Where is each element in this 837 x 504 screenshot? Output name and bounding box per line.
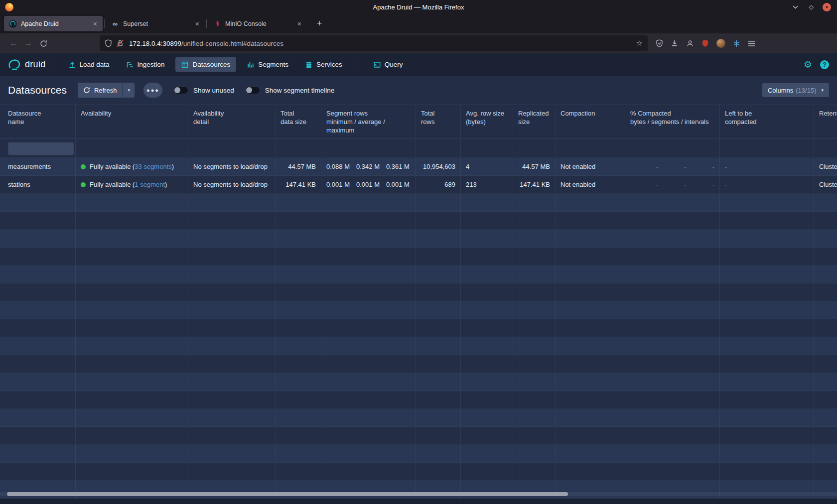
horizontal-scrollbar-thumb[interactable] bbox=[7, 492, 568, 496]
table-cell-empty bbox=[556, 248, 625, 265]
druid-favicon-icon bbox=[9, 20, 17, 28]
maximize-icon[interactable]: ◇ bbox=[807, 2, 816, 11]
table-cell-empty bbox=[76, 445, 188, 462]
nav-item-query[interactable]: Query bbox=[368, 57, 409, 72]
datasource-name[interactable]: stations bbox=[0, 176, 76, 193]
nav-item-datasources[interactable]: Datasources bbox=[175, 57, 236, 72]
availability-cell: Fully available (33 segments) bbox=[76, 158, 188, 175]
bookmark-star-icon[interactable]: ☆ bbox=[636, 39, 643, 48]
table-cell-empty bbox=[276, 248, 321, 265]
table-cell-empty bbox=[188, 194, 276, 211]
table-cell-empty bbox=[720, 301, 814, 319]
table-cell-empty bbox=[556, 230, 625, 247]
header-compaction[interactable]: Compaction bbox=[556, 105, 625, 138]
retention[interactable]: Cluster default bbox=[814, 176, 837, 193]
table-row-stations: stations Fully available (1 segment) No … bbox=[0, 176, 837, 194]
header-datasource-name[interactable]: Datasource name bbox=[0, 105, 76, 138]
menu-icon[interactable] bbox=[748, 40, 755, 47]
toolbar-actions bbox=[656, 39, 755, 48]
header-segment-rows[interactable]: Segment rows minimum / average / maximum bbox=[321, 105, 416, 138]
pct-intervals: - bbox=[687, 163, 714, 170]
table-row-measurements: measurements Fully available (33 segment… bbox=[0, 158, 837, 176]
filter-cell bbox=[276, 139, 321, 157]
page-toolbar: Datasources Refresh ▾ ●●● Show unused Sh… bbox=[0, 76, 837, 105]
extension-shield-icon[interactable] bbox=[656, 39, 663, 47]
segments-link[interactable]: 1 segment bbox=[135, 181, 165, 188]
avatar[interactable] bbox=[716, 39, 725, 48]
table-cell-empty bbox=[720, 409, 814, 426]
header-replicated-size[interactable]: Replicated size bbox=[513, 105, 556, 138]
settings-gear-icon[interactable]: ⚙ bbox=[804, 60, 812, 69]
header-left-to-compact[interactable]: Left to be compacted bbox=[720, 105, 814, 138]
back-icon[interactable]: ← bbox=[6, 36, 21, 51]
forward-icon[interactable]: → bbox=[21, 36, 36, 51]
tracking-shield-icon[interactable] bbox=[105, 39, 112, 47]
tab-close-icon[interactable]: × bbox=[194, 20, 201, 28]
account-icon[interactable] bbox=[686, 39, 694, 47]
header-availability-detail[interactable]: Availability detail bbox=[188, 105, 276, 138]
nav-item-services[interactable]: Services bbox=[299, 57, 348, 72]
table-cell-empty bbox=[0, 355, 76, 373]
new-tab-button[interactable]: + bbox=[313, 17, 326, 30]
table-cell-empty bbox=[625, 445, 720, 462]
table-cell-empty bbox=[188, 265, 276, 283]
tab-title: MinIO Console bbox=[225, 20, 296, 27]
insecure-lock-icon[interactable] bbox=[116, 39, 124, 47]
compaction: Not enabled bbox=[556, 158, 625, 175]
table-cell-empty bbox=[625, 319, 720, 337]
tab-close-icon[interactable]: × bbox=[296, 20, 303, 28]
table-cell-empty bbox=[814, 355, 837, 373]
more-actions-button[interactable]: ●●● bbox=[143, 83, 162, 98]
nav-item-load-data[interactable]: Load data bbox=[63, 57, 116, 72]
nav-item-segments[interactable]: Segments bbox=[241, 57, 294, 72]
tab-minio-console[interactable]: MinIO Console × bbox=[208, 16, 307, 31]
minimize-icon[interactable] bbox=[791, 2, 800, 11]
header-availability[interactable]: Availability bbox=[76, 105, 188, 138]
header-avg-row-size[interactable]: Avg. row size (bytes) bbox=[461, 105, 513, 138]
table-cell-empty bbox=[814, 319, 837, 337]
available-status-icon bbox=[81, 182, 86, 187]
tab-close-icon[interactable]: × bbox=[92, 20, 99, 28]
table-cell-empty bbox=[76, 230, 188, 247]
help-icon[interactable]: ? bbox=[820, 60, 829, 69]
header-retention[interactable]: Retention bbox=[814, 105, 837, 138]
columns-button[interactable]: Columns (13/15) ▾ bbox=[762, 83, 829, 97]
retention[interactable]: Cluster default bbox=[814, 158, 837, 175]
table-body: measurements Fully available (33 segment… bbox=[0, 139, 837, 499]
refresh-button[interactable]: Refresh bbox=[78, 83, 123, 98]
reload-icon[interactable] bbox=[36, 36, 51, 51]
snowflake-extension-icon[interactable] bbox=[733, 40, 740, 47]
close-window-icon[interactable]: × bbox=[823, 3, 831, 11]
druid-brand[interactable]: druid bbox=[8, 59, 46, 70]
available-status-icon bbox=[81, 164, 86, 169]
tab-apache-druid[interactable]: Apache Druid × bbox=[4, 16, 103, 31]
refresh-split-button: Refresh ▾ bbox=[78, 83, 135, 98]
show-timeline-toggle[interactable] bbox=[245, 86, 260, 94]
ublock-icon[interactable] bbox=[701, 39, 709, 47]
table-cell-empty bbox=[814, 445, 837, 462]
availability-text-end: ) bbox=[165, 181, 167, 188]
table-cell-empty bbox=[720, 248, 814, 265]
nav-item-ingestion[interactable]: Ingestion bbox=[121, 57, 171, 72]
downloads-icon[interactable] bbox=[671, 39, 679, 47]
nav-divider bbox=[53, 59, 53, 70]
name-filter-input[interactable] bbox=[8, 142, 74, 155]
table-cell-empty bbox=[556, 337, 625, 355]
header-pct-compacted[interactable]: % Compacted bytes / segments / intervals bbox=[625, 105, 720, 138]
url-bar[interactable]: 172.18.0.4:30899/unified-console.html#da… bbox=[100, 35, 648, 51]
tab-superset[interactable]: ∞ Superset × bbox=[106, 16, 205, 31]
refresh-dropdown-button[interactable]: ▾ bbox=[123, 83, 135, 98]
segments-link[interactable]: 33 segments bbox=[135, 163, 171, 170]
table-cell-empty bbox=[720, 445, 814, 462]
table-cell-empty bbox=[556, 194, 625, 211]
table-cell-empty bbox=[188, 427, 276, 444]
table-row-empty bbox=[0, 265, 837, 283]
datasources-table-wrap: Datasource name Availability Availabilit… bbox=[0, 105, 837, 504]
show-unused-toggle[interactable] bbox=[173, 86, 188, 94]
table-cell-empty bbox=[461, 265, 513, 283]
header-total-data-size[interactable]: Total data size bbox=[276, 105, 321, 138]
table-cell-empty bbox=[188, 373, 276, 390]
datasource-name[interactable]: measurements bbox=[0, 158, 76, 175]
pct-segments: - bbox=[658, 163, 686, 170]
header-total-rows[interactable]: Total rows bbox=[416, 105, 461, 138]
